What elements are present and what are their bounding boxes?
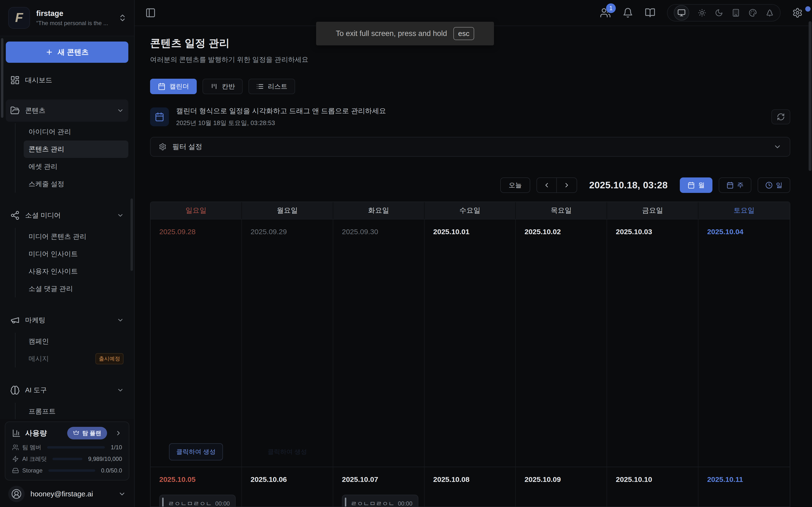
calendar-cell[interactable]: 2025.10.06 bbox=[242, 467, 333, 507]
theme-forest-button[interactable] bbox=[766, 9, 774, 17]
cell-date: 2025.09.29 bbox=[251, 228, 327, 236]
tab-kanban[interactable]: 칸반 bbox=[203, 79, 243, 94]
docs-button[interactable] bbox=[645, 7, 655, 18]
event-item[interactable]: ㄹㅇㄴㅁㄹㅇㄴㅁ... 00:00 bbox=[342, 495, 418, 507]
users-icon bbox=[12, 444, 19, 451]
sidebar-item-message[interactable]: 메시지 출시예정 bbox=[24, 350, 128, 368]
tab-list[interactable]: 리스트 bbox=[248, 79, 295, 94]
filter-settings-bar[interactable]: 필터 설정 bbox=[150, 137, 790, 157]
sidebar-scrollbar[interactable] bbox=[131, 199, 133, 271]
calendar-cell[interactable]: 2025.10.01 bbox=[424, 219, 516, 467]
plan-badge[interactable]: 탐 플랜 bbox=[67, 427, 107, 439]
credits-progress-bar bbox=[52, 458, 83, 460]
calendar-cell[interactable]: 2025.10.07 ㄹㅇㄴㅁㄹㅇㄴㅁ... 00:00 bbox=[333, 467, 424, 507]
calendar-cell[interactable]: 2025.10.02 bbox=[516, 219, 607, 467]
palette-icon bbox=[749, 9, 757, 17]
calendar-cell[interactable]: 2025.10.05 ㄹㅇㄴㅁㄹㅇㄴㅁ... 00:00 bbox=[151, 467, 242, 507]
main-area: 1 bbox=[135, 0, 812, 507]
create-event-button[interactable]: 클릭하여 생성 bbox=[169, 443, 223, 460]
sidebar-group-social-media[interactable]: 소셜 미디어 bbox=[6, 204, 128, 226]
calendar-cell[interactable]: 2025.10.08 bbox=[424, 467, 516, 507]
calendar-cell[interactable]: 2025.10.03 bbox=[607, 219, 698, 467]
sub-item-label: 미디어 콘텐츠 관리 bbox=[29, 232, 87, 241]
chevron-down-icon bbox=[773, 143, 781, 151]
theme-light-button[interactable] bbox=[698, 9, 706, 17]
refresh-button[interactable] bbox=[771, 109, 790, 124]
theme-dark-button[interactable] bbox=[715, 9, 723, 17]
event-item[interactable]: ㄹㅇㄴㅁㄹㅇㄴㅁ... 00:00 bbox=[159, 495, 236, 507]
page-scrollbar[interactable] bbox=[809, 21, 812, 171]
sidebar-group-content[interactable]: 콘텐츠 bbox=[6, 100, 128, 122]
next-month-button[interactable] bbox=[557, 178, 576, 192]
day-header-wednesday: 수요일 bbox=[424, 202, 516, 219]
day-header-tuesday: 화요일 bbox=[333, 202, 424, 219]
chevron-right-icon[interactable] bbox=[115, 430, 122, 437]
sidebar-toggle-icon[interactable] bbox=[145, 7, 156, 18]
theme-system-button[interactable] bbox=[674, 5, 689, 20]
sidebar-item-dashboard[interactable]: 대시보드 bbox=[6, 72, 128, 88]
usage-row-value: 1/10 bbox=[111, 444, 122, 451]
calendar-cell[interactable]: 2025.09.30 bbox=[333, 219, 424, 467]
usage-header[interactable]: 사용량 탐 플랜 bbox=[12, 427, 122, 439]
calendar-cell[interactable]: 2025.10.04 bbox=[698, 219, 790, 467]
sidebar-scrollbar-left[interactable] bbox=[1, 38, 3, 118]
prev-month-button[interactable] bbox=[537, 178, 557, 192]
theme-palette-button[interactable] bbox=[749, 9, 757, 17]
cell-date: 2025.10.01 bbox=[433, 228, 510, 236]
calendar-cell[interactable]: 2025.10.11 bbox=[698, 467, 790, 507]
usage-panel: 사용량 탐 플랜 팀 멤버 1/10 AI 크레딧 9,989/10,000 bbox=[5, 421, 129, 481]
new-content-button[interactable]: 새 콘텐츠 bbox=[6, 42, 128, 63]
sidebar-item-media-content[interactable]: 미디어 콘텐츠 관리 bbox=[24, 228, 128, 245]
calendar-cell[interactable]: 2025.09.29 클릭하여 생성 bbox=[242, 219, 333, 467]
week-view-button[interactable]: 주 bbox=[719, 177, 751, 193]
sidebar-item-asset-management[interactable]: 에셋 관리 bbox=[24, 158, 128, 175]
range-label: 월 bbox=[698, 181, 705, 189]
sidebar-item-user-insight[interactable]: 사용자 인사이트 bbox=[24, 263, 128, 280]
sidebar-item-content-management[interactable]: 콘텐츠 관리 bbox=[24, 140, 128, 158]
sidebar-item-social-comments[interactable]: 소셜 댓글 관리 bbox=[24, 280, 128, 297]
month-view-button[interactable]: 월 bbox=[680, 177, 712, 193]
sun-icon bbox=[698, 9, 706, 17]
settings-button[interactable] bbox=[792, 7, 803, 18]
tab-calendar[interactable]: 캘린더 bbox=[150, 79, 197, 94]
current-datetime: 2025년 10월 18일 토요일, 03:28:53 bbox=[176, 119, 386, 127]
hard-drive-icon bbox=[12, 467, 19, 474]
sidebar-sublist-content: 아이디어 관리 콘텐츠 관리 에셋 관리 스케줄 설정 bbox=[15, 123, 128, 193]
usage-row-team: 팀 멤버 1/10 bbox=[12, 443, 122, 452]
sidebar-item-idea-management[interactable]: 아이디어 관리 bbox=[24, 123, 128, 140]
usage-row-value: 0.0/50.0 bbox=[101, 467, 122, 474]
sub-item-label: 아이디어 관리 bbox=[29, 127, 71, 136]
day-header-saturday: 토요일 bbox=[698, 202, 790, 219]
sidebar-item-prompt[interactable]: 프롬프트 bbox=[24, 403, 128, 419]
cell-date: 2025.10.04 bbox=[707, 228, 784, 236]
cell-date: 2025.10.10 bbox=[616, 475, 692, 484]
sidebar-item-campaign[interactable]: 캠페인 bbox=[24, 333, 128, 350]
create-event-ghost[interactable]: 클릭하여 생성 bbox=[260, 443, 314, 460]
members-count-badge: 1 bbox=[606, 3, 616, 13]
chevron-down-icon bbox=[118, 490, 126, 498]
sidebar-item-schedule-settings[interactable]: 스케줄 설정 bbox=[24, 175, 128, 193]
calendar-cell[interactable]: 2025.09.28 클릭하여 생성 bbox=[151, 219, 242, 467]
sidebar-group-ai-tools[interactable]: AI 도구 bbox=[6, 379, 128, 401]
today-button[interactable]: 오늘 bbox=[500, 177, 530, 193]
calendar-cell[interactable]: 2025.10.10 bbox=[607, 467, 698, 507]
day-view-button[interactable]: 일 bbox=[758, 177, 790, 193]
calendar-cell[interactable]: 2025.10.09 bbox=[516, 467, 607, 507]
calendar-toolbar: 오늘 2025.10.18, 03:28 월 주 bbox=[150, 177, 790, 193]
app-root: F firstage “The most personal is the ...… bbox=[0, 0, 812, 507]
coming-soon-badge: 출시예정 bbox=[95, 353, 123, 364]
notifications-button[interactable] bbox=[622, 7, 633, 18]
kanban-icon bbox=[210, 82, 218, 90]
sidebar-group-marketing[interactable]: 마케팅 bbox=[6, 309, 128, 331]
plan-badge-label: 탐 플랜 bbox=[82, 429, 101, 437]
sidebar-item-media-insight[interactable]: 미디어 인사이트 bbox=[24, 245, 128, 263]
usage-row-label: 팀 멤버 bbox=[22, 444, 41, 451]
brain-icon bbox=[10, 385, 20, 395]
gear-icon bbox=[792, 7, 803, 18]
team-members-button[interactable]: 1 bbox=[600, 7, 611, 18]
theme-building-button[interactable] bbox=[732, 9, 740, 17]
workspace-switcher[interactable]: F firstage “The most personal is the ... bbox=[0, 0, 134, 36]
sidebar-sublist-marketing: 캠페인 메시지 출시예정 bbox=[15, 333, 128, 368]
user-menu[interactable]: hooney@firstage.ai bbox=[0, 483, 134, 506]
storage-progress-bar bbox=[48, 469, 95, 472]
